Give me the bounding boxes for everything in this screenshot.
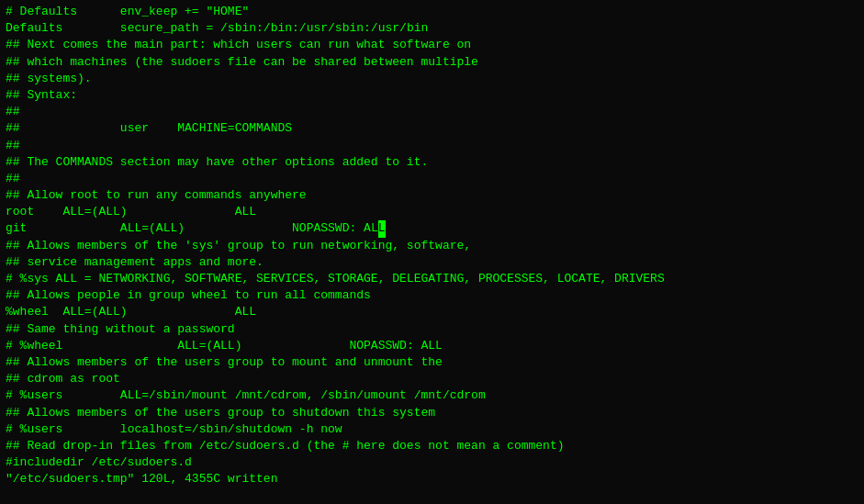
terminal-line-5: ## Next comes the main part: which users… — [6, 37, 858, 53]
terminal-line-19: # %sys ALL = NETWORKING, SOFTWARE, SERVI… — [6, 271, 858, 287]
text-cursor: L — [378, 220, 386, 237]
terminal-line-11: ## — [6, 138, 858, 154]
terminal-line-35: #includedir /etc/sudoers.d — [6, 454, 858, 471]
terminal-line-24: ## Same thing without a password — [6, 321, 858, 338]
terminal-line-27: ## Allows members of the users group to … — [6, 354, 858, 371]
terminal-line-36: "/etc/sudoers.tmp" 120L, 4355C written — [6, 471, 858, 487]
terminal-line-29: # %users ALL=/sbin/mount /mnt/cdrom, /sb… — [6, 387, 858, 404]
terminal-line-9: ## — [6, 104, 858, 120]
terminal-line-7: ## systems). — [6, 71, 858, 87]
terminal-line-6: ## which machines (the sudoers file can … — [6, 54, 858, 71]
terminal-line-16: git ALL=(ALL) NOPASSWD: ALL — [6, 220, 858, 237]
terminal-line-12: ## The COMMANDS section may have other o… — [6, 154, 858, 171]
terminal-line-8: ## Syntax: — [6, 87, 858, 104]
terminal-line-1: # Defaults env_keep += "HOME" — [6, 4, 858, 20]
terminal-line-31: ## Allows members of the users group to … — [6, 405, 858, 421]
terminal-line-17: ## Allows members of the 'sys' group to … — [6, 238, 858, 254]
terminal-line-15: root ALL=(ALL) ALL — [6, 204, 858, 220]
terminal-line-10: ## user MACHINE=COMMANDS — [6, 120, 858, 137]
terminal: # Defaults env_keep += "HOME"Defaults se… — [0, 0, 864, 504]
terminal-line-28: ## cdrom as root — [6, 371, 858, 387]
terminal-line-32: # %users localhost=/sbin/shutdown -h now — [6, 421, 858, 438]
terminal-line-3: Defaults secure_path = /sbin:/bin:/usr/s… — [6, 20, 858, 37]
terminal-line-18: ## service management apps and more. — [6, 254, 858, 271]
terminal-line-14: ## Allow root to run any commands anywhe… — [6, 187, 858, 204]
terminal-line-22: %wheel ALL=(ALL) ALL — [6, 304, 858, 320]
terminal-line-25: # %wheel ALL=(ALL) NOPASSWD: ALL — [6, 338, 858, 354]
terminal-line-21: ## Allows people in group wheel to run a… — [6, 287, 858, 304]
terminal-line-13: ## — [6, 171, 858, 187]
terminal-line-34: ## Read drop-in files from /etc/sudoers.… — [6, 438, 858, 454]
